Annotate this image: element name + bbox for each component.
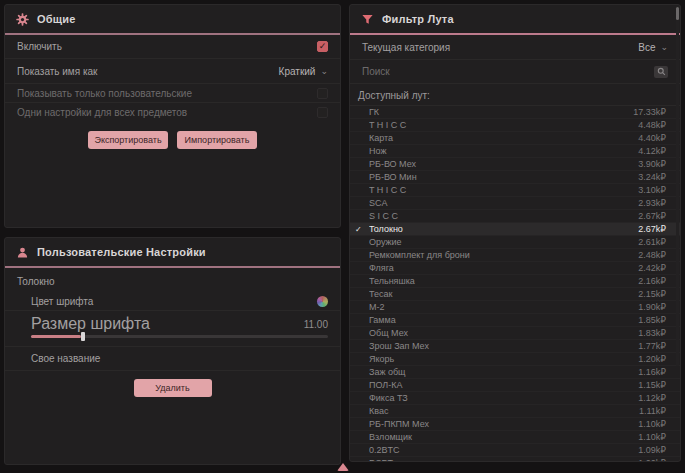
loot-list-item[interactable]: Нож 4.12k₽ xyxy=(350,145,680,158)
loot-list-item[interactable]: Зрош Зап Мех 1.77k₽ xyxy=(350,340,680,353)
general-panel: Общие Включить ✓ Показать имя как Кратки… xyxy=(4,4,341,228)
loot-item-value: 3.24k₽ xyxy=(638,172,666,182)
list-scrollbar[interactable] xyxy=(676,6,679,366)
loot-item-value: 2.61k₽ xyxy=(638,237,666,247)
loot-list-item[interactable]: DSPT 1.00k₽ xyxy=(350,457,680,462)
only-custom-row: Показывать только пользовательские xyxy=(5,84,340,103)
loot-list-item[interactable]: 0.2BTC 1.09k₽ xyxy=(350,444,680,457)
loot-item-name: T H I C C xyxy=(369,120,638,130)
loot-list-item[interactable]: T H I C C 3.10k₽ xyxy=(350,184,680,197)
loot-list-item[interactable]: Тесак 2.15k₽ xyxy=(350,288,680,301)
enable-checkbox[interactable]: ✓ xyxy=(317,41,328,52)
loot-list-item[interactable]: РБ-ВО Мех 3.90k₽ xyxy=(350,158,680,171)
general-panel-title: Общие xyxy=(37,13,76,25)
only-custom-checkbox[interactable] xyxy=(317,88,328,99)
loot-item-value: 1.00k₽ xyxy=(638,458,666,462)
loot-list-item[interactable]: SCA 2.93k₽ xyxy=(350,197,680,210)
loot-list-item[interactable]: ПОЛ-КА 1.15k₽ xyxy=(350,379,680,392)
slider-handle[interactable] xyxy=(81,332,85,341)
selected-item-name: Толокно xyxy=(5,268,340,292)
search-row xyxy=(350,60,680,84)
loot-item-value: 17.33k₽ xyxy=(633,107,666,117)
loot-list-item[interactable]: РБ-ПКПМ Мех 1.10k₽ xyxy=(350,418,680,431)
loot-list-item[interactable]: Карта 4.40k₽ xyxy=(350,132,680,145)
chevron-down-icon: ⌄ xyxy=(320,67,328,76)
available-loot-label: Доступный лут: xyxy=(350,84,680,105)
loot-list-item[interactable]: Фикса ТЗ 1.12k₽ xyxy=(350,392,680,405)
loot-list-item[interactable]: T H I C C 4.48k₽ xyxy=(350,119,680,132)
same-settings-row: Одни настройки для всех предметов xyxy=(5,103,340,122)
loot-item-value: 3.90k₽ xyxy=(638,159,666,169)
loot-list-item[interactable]: Заж общ 1.16k₽ xyxy=(350,366,680,379)
loot-item-name: Тесак xyxy=(369,289,638,299)
loot-list: ГК 17.33k₽ T H I C C 4.48k₽ Карта 4.40k₽… xyxy=(350,105,680,462)
loot-item-name: Якорь xyxy=(369,354,638,364)
loot-item-name: Общ Мех xyxy=(369,328,638,338)
display-name-row: Показать имя как Краткий ⌄ xyxy=(5,59,340,84)
loot-list-item[interactable]: Тельняшка 2.16k₽ xyxy=(350,275,680,288)
loot-item-value: 2.67k₽ xyxy=(638,211,666,221)
loot-item-name: Фикса ТЗ xyxy=(369,393,638,403)
loot-list-item[interactable]: Оружие 2.61k₽ xyxy=(350,236,680,249)
loot-item-value: 1.10k₽ xyxy=(638,432,666,442)
loot-list-item[interactable]: S I C C 2.67k₽ xyxy=(350,210,680,223)
loot-item-value: 1.77k₽ xyxy=(638,341,666,351)
loot-item-name: Квас xyxy=(369,406,639,416)
loot-list-item[interactable]: Квас 1.11k₽ xyxy=(350,405,680,418)
loot-item-value: 1.90k₽ xyxy=(638,302,666,312)
user-icon xyxy=(16,246,29,259)
collapse-arrow-icon[interactable] xyxy=(337,463,349,471)
custom-name-label: Свое название xyxy=(31,353,100,364)
loot-item-value: 2.93k₽ xyxy=(638,198,666,208)
enable-row: Включить ✓ xyxy=(5,35,340,59)
loot-item-value: 1.16k₽ xyxy=(638,367,666,377)
selected-check-icon: ✓ xyxy=(355,225,362,234)
same-settings-label: Одни настройки для всех предметов xyxy=(17,107,187,118)
loot-item-value: 2.67k₽ xyxy=(638,224,666,234)
search-input[interactable] xyxy=(362,66,654,77)
search-icon[interactable] xyxy=(654,66,668,78)
font-size-slider[interactable] xyxy=(31,335,328,338)
loot-list-item[interactable]: Ремкомплект для брони 2.48k₽ xyxy=(350,249,680,262)
general-actions: Экспортировать Импортировать xyxy=(5,131,340,149)
loot-item-name: РБ-ПКПМ Мех xyxy=(369,419,638,429)
loot-item-value: 1.83k₽ xyxy=(638,328,666,338)
loot-item-value: 2.48k₽ xyxy=(638,250,666,260)
color-wheel-icon[interactable] xyxy=(317,296,328,307)
delete-button[interactable]: Удалить xyxy=(134,379,212,397)
loot-list-item[interactable]: М-2 1.90k₽ xyxy=(350,301,680,314)
loot-item-name: Ремкомплект для брони xyxy=(369,250,638,260)
loot-list-item[interactable]: ✓ Толокно 2.67k₽ xyxy=(350,223,680,236)
display-name-dropdown[interactable]: Краткий ⌄ xyxy=(279,66,328,77)
loot-item-name: РБ-ВО Мех xyxy=(369,159,638,169)
category-row: Текущая категория Все ⌄ xyxy=(350,35,680,60)
loot-list-item[interactable]: Общ Мех 1.83k₽ xyxy=(350,327,680,340)
loot-filter-header: Фильтр Лута xyxy=(350,5,680,35)
loot-list-item[interactable]: Фляга 2.42k₽ xyxy=(350,262,680,275)
category-dropdown[interactable]: Все ⌄ xyxy=(638,42,668,53)
loot-item-value: 1.15k₽ xyxy=(638,380,666,390)
font-color-row: Цвет шрифта xyxy=(5,292,340,311)
font-color-label: Цвет шрифта xyxy=(31,296,93,307)
same-settings-checkbox[interactable] xyxy=(317,107,328,118)
loot-item-value: 4.40k₽ xyxy=(638,133,666,143)
loot-list-item[interactable]: ГК 17.33k₽ xyxy=(350,106,680,119)
loot-list-item[interactable]: Гамма 1.85k₽ xyxy=(350,314,680,327)
display-name-value: Краткий xyxy=(279,66,316,77)
scrollbar-thumb[interactable] xyxy=(676,7,679,20)
custom-name-input[interactable] xyxy=(110,347,328,370)
custom-name-row: Свое название xyxy=(5,347,340,371)
loot-list-item[interactable]: Взломщик 1.10k₽ xyxy=(350,431,680,444)
loot-list-item[interactable]: РБ-ВО Мин 3.24k₽ xyxy=(350,171,680,184)
loot-item-value: 4.48k₽ xyxy=(638,120,666,130)
loot-item-name: РБ-ВО Мин xyxy=(369,172,638,182)
loot-list-item[interactable]: Якорь 1.20k₽ xyxy=(350,353,680,366)
export-button[interactable]: Экспортировать xyxy=(88,131,168,149)
import-button[interactable]: Импортировать xyxy=(177,131,257,149)
font-size-row: Размер шрифта 11.00 xyxy=(5,311,340,347)
loot-filter-panel: Фильтр Лута Текущая категория Все ⌄ Дост… xyxy=(349,4,681,462)
loot-item-value: 1.12k₽ xyxy=(638,393,666,403)
loot-item-value: 2.15k₽ xyxy=(638,289,666,299)
user-settings-panel: Пользовательские Настройки Толокно Цвет … xyxy=(4,237,341,465)
loot-item-name: Карта xyxy=(369,133,638,143)
